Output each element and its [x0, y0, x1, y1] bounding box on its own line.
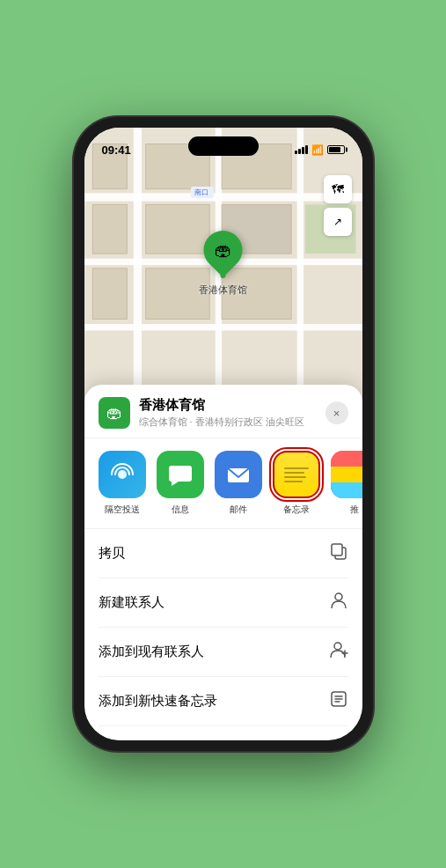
battery-icon — [327, 145, 345, 154]
map-type-button[interactable]: 🗺 — [324, 175, 352, 203]
svg-rect-14 — [92, 204, 127, 254]
status-time: 09:41 — [102, 143, 131, 157]
location-button[interactable]: ↗ — [324, 208, 352, 236]
notes-icon — [273, 451, 320, 498]
mail-icon — [215, 451, 262, 498]
airdrop-icon — [99, 451, 146, 498]
action-copy-label: 拷贝 — [99, 545, 125, 562]
note-icon — [329, 689, 348, 713]
more-label: 推 — [350, 504, 359, 516]
venue-icon: 🏟 — [99, 397, 130, 429]
map-controls: 🗺 ↗ — [324, 175, 352, 236]
svg-rect-15 — [92, 268, 127, 320]
svg-text:南口: 南口 — [194, 188, 208, 196]
share-item-airdrop[interactable]: 隔空投送 — [99, 451, 146, 516]
person-icon — [329, 591, 348, 614]
message-icon — [157, 451, 204, 498]
venue-info: 香港体育馆 综合体育馆 · 香港特别行政区 油尖旺区 — [139, 397, 325, 429]
svg-point-28 — [334, 643, 341, 650]
phone-frame: 09:41 📶 — [74, 117, 373, 751]
status-icons: 📶 — [295, 144, 345, 156]
action-list: 拷贝 新建联系人 — [84, 529, 362, 740]
share-item-notes[interactable]: 备忘录 — [273, 451, 320, 516]
airdrop-label: 隔空投送 — [105, 504, 140, 516]
print-icon — [329, 739, 348, 740]
location-pin: 🏟 香港体育馆 — [199, 231, 247, 297]
svg-rect-22 — [331, 467, 362, 482]
share-item-mail[interactable]: 邮件 — [215, 451, 262, 516]
sheet-header: 🏟 香港体育馆 综合体育馆 · 香港特别行政区 油尖旺区 × — [84, 385, 362, 438]
svg-rect-25 — [332, 544, 342, 555]
action-new-contact-label: 新建联系人 — [99, 594, 165, 611]
mail-label: 邮件 — [230, 504, 247, 516]
close-button[interactable]: × — [325, 401, 348, 424]
svg-rect-1 — [84, 193, 362, 201]
copy-icon — [329, 541, 348, 565]
venue-name: 香港体育馆 — [139, 397, 325, 414]
action-add-existing-label: 添加到现有联系人 — [99, 644, 204, 660]
svg-rect-23 — [331, 482, 362, 498]
bottom-sheet: 🏟 香港体育馆 综合体育馆 · 香港特别行政区 油尖旺区 × — [84, 385, 362, 740]
notes-lines — [284, 467, 309, 482]
more-icon — [331, 451, 362, 498]
venue-description: 综合体育馆 · 香港特别行政区 油尖旺区 — [139, 416, 325, 429]
map-type-icon: 🗺 — [332, 182, 344, 196]
location-label: 香港体育馆 — [199, 283, 247, 297]
signal-icon — [295, 145, 308, 154]
notes-label: 备忘录 — [283, 504, 310, 516]
message-label: 信息 — [172, 504, 189, 516]
location-icon: ↗ — [333, 216, 342, 228]
share-item-more[interactable]: 推 — [331, 451, 362, 516]
action-new-contact[interactable]: 新建联系人 — [99, 578, 348, 628]
action-add-notes-label: 添加到新快速备忘录 — [99, 693, 217, 710]
svg-point-26 — [335, 593, 342, 600]
phone-screen: 09:41 📶 — [84, 128, 362, 740]
action-add-existing[interactable]: 添加到现有联系人 — [99, 628, 348, 677]
svg-point-19 — [118, 470, 127, 479]
svg-rect-3 — [84, 324, 362, 330]
action-copy[interactable]: 拷贝 — [99, 529, 348, 578]
person-add-icon — [329, 640, 348, 664]
venue-icon-symbol: 🏟 — [106, 404, 122, 423]
share-row: 隔空投送 信息 — [84, 438, 362, 529]
wifi-icon: 📶 — [311, 144, 324, 156]
share-item-message[interactable]: 信息 — [157, 451, 204, 516]
action-print[interactable]: 打印 — [99, 726, 348, 740]
dynamic-island — [188, 136, 259, 156]
action-add-notes[interactable]: 添加到新快速备忘录 — [99, 677, 348, 726]
